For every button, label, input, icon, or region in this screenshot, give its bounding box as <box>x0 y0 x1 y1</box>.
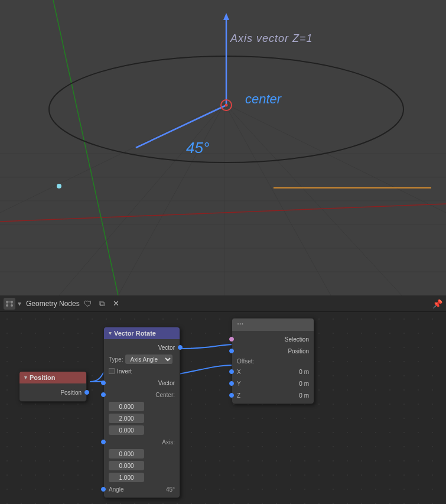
node-right-offset-z-label: Z <box>237 392 240 399</box>
node-vector-rotate-arrow: ▾ <box>109 330 112 336</box>
node-position-body: Position <box>19 383 86 401</box>
node-vr-center-z <box>104 424 180 436</box>
node-right-offset-y-value: 0 m <box>299 381 309 387</box>
node-vr-type-select[interactable]: Axis Angle <box>125 355 172 364</box>
viewport: Axis vector Z=1 center 45° <box>0 0 446 295</box>
node-right-offset-x-label: X <box>237 369 241 375</box>
node-vr-center-x <box>104 401 180 412</box>
annotation-axis-vector: Axis vector Z=1 <box>230 32 313 45</box>
node-position-header-arrow: ▾ <box>24 375 27 381</box>
node-vr-type-label: Type: <box>109 356 123 363</box>
node-toolbar: ▾ Geometry Nodes 🛡 ⧉ ✕ 📌 <box>0 295 446 312</box>
node-vr-angle-row: Angle 45° <box>104 483 180 495</box>
node-right-position: Position <box>232 345 314 357</box>
viewport-grid <box>0 0 446 295</box>
socket-vr-vec2-in <box>101 381 106 385</box>
node-right-position-label: Position <box>288 348 309 355</box>
socket-vr-angle-in <box>101 487 106 492</box>
editor-type-dropdown[interactable]: ▾ <box>18 300 21 308</box>
node-vr-center-x-field[interactable] <box>109 402 144 411</box>
svg-point-23 <box>6 301 8 303</box>
pin-icon[interactable]: 📌 <box>432 299 442 308</box>
svg-point-25 <box>6 304 8 307</box>
node-vr-invert-row: Invert <box>104 365 180 377</box>
node-right-offset-x: X 0 m <box>232 366 314 378</box>
node-position-title: Position <box>30 374 55 381</box>
svg-point-26 <box>11 304 13 307</box>
node-right-offset-y: Y 0 m <box>232 378 314 389</box>
node-vr-vector-row: Vector <box>104 342 180 353</box>
node-vr-center-z-field[interactable] <box>109 425 144 435</box>
socket-vr-center-in <box>101 392 106 397</box>
node-position-output-label: Position <box>60 389 82 396</box>
node-vector-rotate-title: Vector Rotate <box>114 330 156 337</box>
favorite-btn[interactable]: 🛡 <box>82 298 94 310</box>
node-editor: ▾ Geometry Nodes 🛡 ⧉ ✕ 📌 ▾ Position Posi… <box>0 295 446 504</box>
node-position-output: Position <box>19 386 86 399</box>
new-btn[interactable]: ⧉ <box>96 298 108 310</box>
node-vr-axis-x-field[interactable] <box>109 449 144 459</box>
node-right-selection-label: Selection <box>285 336 309 343</box>
node-position: ▾ Position Position <box>19 371 87 402</box>
node-right-offset-x-value: 0 m <box>299 369 309 375</box>
socket-right-selection <box>229 337 234 342</box>
node-vr-invert-label: Invert <box>117 368 132 375</box>
node-vr-center-label: Center: <box>155 392 175 398</box>
node-vr-vector2-row: Vector <box>104 377 180 389</box>
node-vector-rotate-header: ▾ Vector Rotate <box>104 327 180 339</box>
node-vr-axis-z-field[interactable] <box>109 473 144 482</box>
node-vr-vector2-label: Vector <box>158 380 175 386</box>
node-vr-center-y <box>104 412 180 424</box>
svg-point-24 <box>11 301 13 303</box>
node-position-header: ▾ Position <box>19 372 86 383</box>
node-vr-axis-x <box>104 448 180 460</box>
node-vr-axis-y-field[interactable] <box>109 461 144 470</box>
annotation-center: center <box>245 92 281 107</box>
node-vr-angle-label: Angle <box>109 486 124 493</box>
node-right: ⋯ Selection Position Offset: <box>232 318 314 404</box>
annotation-45: 45° <box>186 139 209 157</box>
socket-position-out <box>84 390 89 395</box>
node-canvas: ▾ Position Position ▾ Vector Rotate Vect <box>0 312 446 504</box>
socket-right-position <box>229 349 234 353</box>
node-vector-rotate-body: Vector Type: Axis Angle Invert <box>104 339 180 498</box>
editor-name: Geometry Nodes <box>26 300 80 308</box>
node-vr-axis-label: Axis: <box>162 439 175 446</box>
node-right-offset-y-label: Y <box>237 381 241 387</box>
node-vector-rotate: ▾ Vector Rotate Vector Type: Axis Angle <box>103 327 180 498</box>
node-right-offset-z: Z 0 m <box>232 389 314 401</box>
node-right-selection: Selection <box>232 333 314 345</box>
node-vr-center-y-field[interactable] <box>109 414 144 423</box>
node-vr-angle-value: 45° <box>166 486 175 493</box>
node-vr-type-row: Type: Axis Angle <box>104 353 180 365</box>
socket-vr-axis-in <box>101 440 106 444</box>
socket-vr-vector-in <box>178 345 183 350</box>
node-right-title: ⋯ <box>237 321 243 329</box>
node-vr-axis-section: Axis: <box>104 436 180 448</box>
node-right-header: ⋯ <box>232 318 314 331</box>
node-right-body: Selection Position Offset: X 0 m <box>232 331 314 404</box>
node-right-offset-z-value: 0 m <box>299 392 309 399</box>
node-vr-axis-z <box>104 472 180 483</box>
node-right-offset-label: Offset: <box>237 358 254 365</box>
socket-right-offset-y <box>229 381 234 386</box>
socket-right-offset-x <box>229 369 234 374</box>
node-vr-invert-checkbox[interactable] <box>109 368 115 374</box>
node-vr-axis-y <box>104 460 180 472</box>
node-vr-center-section: Center: <box>104 389 180 401</box>
editor-type-icon[interactable] <box>4 298 15 310</box>
node-right-offset-header: Offset: <box>232 357 314 366</box>
connections-svg <box>0 312 446 504</box>
socket-right-offset-z <box>229 393 234 398</box>
close-btn[interactable]: ✕ <box>110 298 122 310</box>
node-vr-vector-label: Vector <box>158 344 175 351</box>
